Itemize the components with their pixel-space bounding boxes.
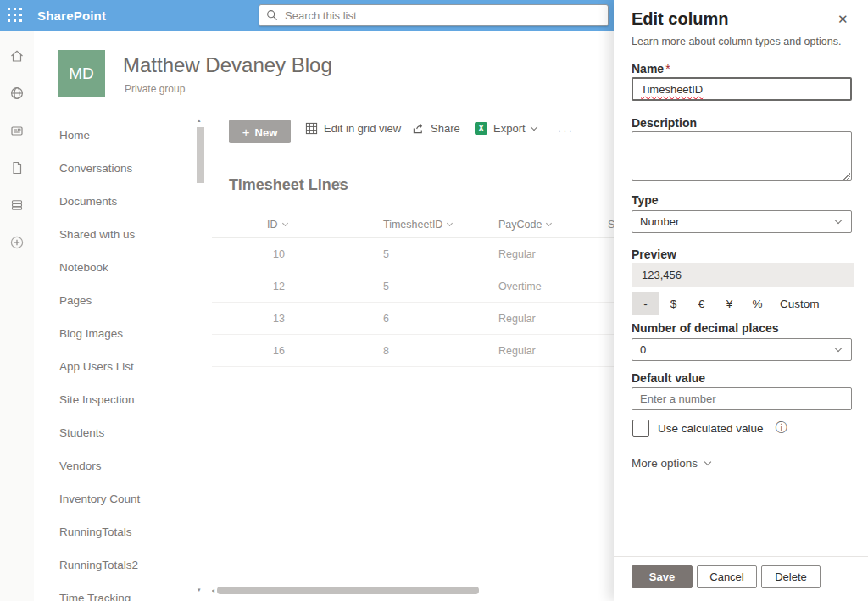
format-none-button[interactable]: -	[632, 292, 659, 315]
calculated-value-row: Use calculated value ⓘ	[632, 420, 787, 437]
horizontal-scrollbar-thumb[interactable]	[217, 587, 479, 594]
cancel-button[interactable]: Cancel	[697, 565, 757, 588]
nav-scrollbar-thumb[interactable]	[197, 127, 204, 183]
panel-title: Edit column	[632, 9, 728, 29]
format-dollar-button[interactable]: $	[659, 292, 687, 315]
export-button[interactable]: X Export	[475, 122, 537, 135]
list-title: Timesheet Lines	[229, 176, 348, 194]
name-value: TimesheetID	[641, 83, 703, 96]
table-header-row: ID TimesheetID PayCode S	[212, 212, 614, 238]
site-title[interactable]: Matthew Devaney Blog	[123, 53, 332, 77]
cell-id: 10	[273, 248, 285, 260]
nav-item-conversations[interactable]: Conversations	[34, 152, 212, 185]
chevron-down-icon	[530, 124, 537, 131]
nav-item-pages[interactable]: Pages	[34, 284, 212, 317]
column-header-id[interactable]: ID	[267, 219, 287, 231]
horizontal-scrollbar[interactable]: ◂	[212, 587, 614, 595]
table-row[interactable]: 12 5 Overtime	[212, 270, 614, 303]
edit-column-panel: Edit column ✕ Learn more about column ty…	[614, 0, 868, 601]
nav-item-time-tracking[interactable]: Time Tracking	[34, 582, 212, 601]
command-bar: +New Edit in grid view Share X Export ··…	[212, 119, 614, 144]
waffle-dots	[8, 8, 23, 23]
format-euro-button[interactable]: €	[687, 292, 715, 315]
required-asterisk: *	[665, 62, 670, 75]
more-commands-button[interactable]: ···	[558, 124, 574, 136]
nav-item-app-users-list[interactable]: App Users List	[34, 350, 212, 383]
nav-item-inventory-count[interactable]: Inventory Count	[34, 482, 212, 515]
column-header-paycode[interactable]: PayCode	[498, 219, 551, 231]
cell-id: 16	[273, 345, 285, 357]
globe-icon[interactable]	[0, 75, 34, 112]
edit-grid-view-button[interactable]: Edit in grid view	[305, 122, 401, 135]
favorite-star-icon[interactable]: ☆	[334, 178, 345, 193]
table-row[interactable]: 16 8 Regular	[212, 335, 614, 367]
chevron-down-icon	[281, 220, 287, 226]
nav-item-runningtotals2[interactable]: RunningTotals2	[34, 548, 212, 582]
news-icon[interactable]	[0, 112, 34, 149]
format-percent-button[interactable]: %	[743, 292, 771, 315]
site-nav: Home Conversations Documents Shared with…	[34, 119, 212, 601]
cell-paycode: Regular	[498, 313, 536, 325]
default-value-field[interactable]	[632, 387, 852, 410]
app-launcher-icon[interactable]	[0, 0, 31, 31]
text-caret	[704, 83, 704, 96]
grid-icon	[305, 122, 318, 135]
search-icon	[266, 9, 278, 21]
nav-item-site-inspection[interactable]: Site Inspection	[34, 383, 212, 416]
description-field[interactable]	[632, 131, 852, 181]
delete-button[interactable]: Delete	[761, 565, 821, 588]
new-button[interactable]: +New	[229, 120, 291, 143]
cell-id: 13	[273, 313, 285, 325]
column-header-timesheetid[interactable]: TimesheetID	[383, 219, 452, 231]
nav-item-notebook[interactable]: Notebook	[34, 251, 212, 284]
document-icon[interactable]	[0, 149, 34, 186]
decimals-value: 0	[640, 343, 646, 356]
nav-item-vendors[interactable]: Vendors	[34, 449, 212, 482]
calculated-value-checkbox[interactable]	[632, 420, 649, 437]
search-input[interactable]	[285, 9, 601, 22]
cell-timesheetid: 5	[383, 248, 389, 260]
calculated-value-label: Use calculated value	[658, 422, 764, 435]
scroll-left-icon[interactable]: ◂	[212, 587, 214, 594]
table-row[interactable]: 10 5 Regular	[212, 238, 614, 270]
nav-item-blog-images[interactable]: Blog Images	[34, 317, 212, 350]
learn-more-link[interactable]: Learn more about column types and option…	[632, 36, 841, 47]
home-icon[interactable]	[0, 37, 34, 75]
list-table: ID TimesheetID PayCode S 10 5 Regular 12…	[212, 212, 614, 367]
nav-item-shared-with-us[interactable]: Shared with us	[34, 218, 212, 251]
number-format-row: - $ € ¥ % Custom	[632, 292, 828, 315]
cell-timesheetid: 8	[383, 345, 389, 357]
site-logo[interactable]: MD	[58, 50, 105, 97]
nav-item-students[interactable]: Students	[34, 416, 212, 449]
scroll-down-icon[interactable]: ▾	[198, 587, 201, 593]
cell-paycode: Overtime	[498, 281, 542, 292]
share-button[interactable]: Share	[412, 122, 460, 135]
chevron-down-icon	[447, 220, 453, 226]
info-icon[interactable]: ⓘ	[776, 420, 787, 436]
nav-item-documents[interactable]: Documents	[34, 185, 212, 218]
search-box	[259, 4, 609, 26]
nav-scrollbar[interactable]: ▴ ▾	[197, 119, 205, 590]
save-button[interactable]: Save	[632, 565, 693, 588]
column-header-clipped[interactable]: S	[608, 219, 614, 231]
list-icon[interactable]	[0, 186, 34, 224]
excel-icon: X	[475, 122, 487, 135]
close-icon[interactable]: ✕	[837, 12, 849, 27]
table-row[interactable]: 13 6 Regular	[212, 303, 614, 335]
app-title[interactable]: SharePoint	[37, 8, 106, 23]
format-yen-button[interactable]: ¥	[715, 292, 743, 315]
nav-item-home[interactable]: Home	[34, 119, 212, 152]
decimals-dropdown[interactable]: 0	[632, 338, 852, 361]
create-icon[interactable]	[0, 224, 34, 261]
preview-label: Preview	[632, 248, 676, 261]
more-options-button[interactable]: More options	[632, 457, 710, 470]
scroll-up-icon[interactable]: ▴	[198, 117, 201, 124]
type-dropdown[interactable]: Number	[632, 210, 852, 233]
nav-item-runningtotals[interactable]: RunningTotals	[34, 515, 212, 548]
sharepoint-app: SharePoint MD Matthew Devane	[0, 0, 868, 601]
cell-paycode: Regular	[498, 345, 536, 357]
cell-paycode: Regular	[498, 248, 536, 260]
name-field[interactable]: TimesheetID	[632, 77, 852, 101]
format-custom-button[interactable]: Custom	[771, 292, 828, 315]
plus-icon: +	[242, 125, 250, 139]
